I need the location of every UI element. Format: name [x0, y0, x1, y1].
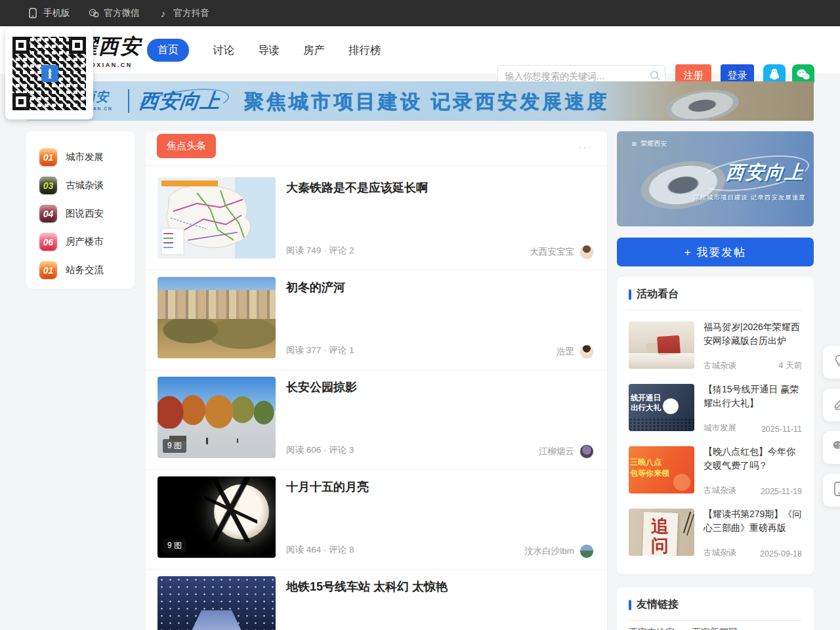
activity-thumbnail-calendar[interactable]: [629, 322, 694, 369]
author-name: 江柳烟云: [539, 446, 574, 457]
avatar[interactable]: [579, 345, 594, 359]
activity-thumbnail-line15[interactable]: 线开通日 出行大礼: [629, 384, 694, 431]
aside-campaign-banner[interactable]: ≋ 荣耀西安 西安向上 聚焦城市项目建设 记录西安发展速度: [617, 131, 814, 226]
activity-item[interactable]: 福马贺岁|2026年荣耀西安网珍藏版台历出炉 古城杂谈 4 天前: [629, 320, 802, 373]
article-row: 地铁15号线车站 太科幻 太惊艳: [146, 570, 607, 630]
sidebar-item-photo-xian[interactable]: 04 图说西安: [26, 200, 135, 228]
friend-link[interactable]: 西安本地宝: [629, 627, 675, 630]
qr-finder-icon: [69, 37, 86, 54]
activity-item-category[interactable]: 城市发展: [704, 423, 736, 434]
wechat-bubbles-icon: [831, 439, 840, 456]
qr-code: ∧∧∧: [12, 37, 86, 110]
friend-links: 西安本地宝 西安新闻网: [629, 627, 738, 630]
article-row: 9 图 长安公园掠影 阅读 606 · 评论 3 江柳烟云: [146, 370, 607, 470]
article-author[interactable]: 汶水白沙lbm: [524, 544, 594, 558]
forum-label: 房产楼市: [66, 236, 104, 248]
sidebar-item-realestate[interactable]: 06 房产楼市: [26, 228, 135, 256]
thumb-overlay-text: 追问: [651, 516, 671, 556]
avatar[interactable]: [579, 444, 594, 459]
activity-item[interactable]: 线开通日 出行大礼 【猜15号线开通日 赢荣耀出行大礼】 城市发展 2025-1…: [629, 383, 802, 435]
article-title[interactable]: 初冬的浐河: [286, 280, 345, 295]
sidebar-item-site-affairs[interactable]: 01 站务交流: [26, 256, 135, 284]
article-author[interactable]: 大西安宝宝: [530, 245, 595, 259]
article-title[interactable]: 地铁15号线车站 太科幻 太惊艳: [286, 579, 448, 595]
official-douyin-link[interactable]: ♪ 官方抖音: [158, 7, 209, 19]
friend-link[interactable]: 西安新闻网: [692, 627, 738, 630]
wechat-tool-button[interactable]: [823, 431, 840, 464]
tab-hot-headlines[interactable]: 焦点头条: [157, 134, 216, 158]
activity-header: 活动看台: [629, 287, 679, 301]
avatar[interactable]: [579, 245, 594, 259]
pencil-icon: [832, 396, 840, 413]
article-thumbnail-moon[interactable]: 9 图: [158, 476, 276, 558]
article-title[interactable]: 十月十五的月亮: [286, 479, 369, 495]
activity-thumbnail-book[interactable]: 追问: [629, 509, 694, 556]
qr-finder-icon: [12, 93, 30, 110]
divider: [629, 310, 802, 310]
article-row: 大秦铁路是不是应该延长啊 阅读 749 · 评论 2 大西安宝宝: [146, 171, 607, 270]
forum-label: 站务交流: [66, 264, 104, 276]
activity-item-title[interactable]: 福马贺岁|2026年荣耀西安网珍藏版台历出炉: [704, 320, 803, 348]
article-meta: 阅读 377 · 评论 1: [286, 345, 354, 356]
article-title[interactable]: 长安公园掠影: [286, 379, 357, 395]
activity-item-title[interactable]: 【晚八点红包】今年你交暖气费了吗？: [704, 445, 803, 472]
nav-realestate[interactable]: 房产: [303, 43, 325, 58]
nav-discuss[interactable]: 讨论: [213, 43, 234, 58]
section-accent-bar: [629, 289, 631, 300]
divider: [146, 165, 607, 166]
article-thumbnail-river[interactable]: 9 图: [158, 277, 276, 358]
write-post-tool-button[interactable]: [823, 388, 840, 421]
mobile-version-link[interactable]: 手机版: [28, 7, 70, 19]
mobile-version-label: 手机版: [43, 7, 70, 19]
links-header: 友情链接: [629, 598, 679, 612]
search-icon[interactable]: [645, 70, 665, 81]
qr-finder-icon: [12, 37, 30, 54]
thumb-overlay-text: 出行大礼: [631, 403, 661, 413]
activity-item[interactable]: 三晚八点 包等你来领 【晚八点红包】今年你交暖气费了吗？ 古城杂谈 2025-1…: [629, 445, 802, 497]
nav-guide[interactable]: 导读: [258, 43, 280, 58]
photo-count-badge: 9 图: [163, 439, 186, 453]
campaign-banner[interactable]: 荣耀西安 RONGYAOXIAN.CN 西安向上 聚焦城市项目建设 记录西安发展…: [26, 81, 814, 121]
article-meta: 阅读 749 · 评论 2: [286, 245, 354, 257]
lightbulb-icon: [832, 354, 840, 371]
new-post-button[interactable]: + 我要发帖: [617, 238, 814, 266]
article-row: 9 图 初冬的浐河 阅读 377 · 评论 1 浩罡: [146, 270, 607, 370]
banner-headline: 聚焦城市项目建设 记录西安发展速度: [244, 89, 609, 116]
links-title: 友情链接: [637, 598, 679, 612]
activity-item-category[interactable]: 古城杂谈: [704, 360, 736, 371]
douyin-icon: ♪: [158, 8, 169, 18]
article-row: 9 图 十月十五的月亮 阅读 464 · 评论 8 汶水白沙lbm: [146, 470, 607, 570]
forum-label: 古城杂谈: [66, 179, 104, 192]
more-options-icon[interactable]: ···: [578, 142, 593, 154]
official-douyin-label: 官方抖音: [174, 7, 209, 19]
nav-home[interactable]: 首页: [147, 39, 189, 62]
qr-center-pagoda-icon: ∧∧∧: [41, 65, 58, 82]
feed-panel: 焦点头条 ···: [146, 131, 607, 630]
sidebar-item-oldtown-talk[interactable]: 03 古城杂谈: [26, 171, 135, 200]
article-thumbnail-metro[interactable]: [158, 576, 276, 630]
tip-tool-button[interactable]: [823, 346, 840, 379]
article-thumbnail-railway-map[interactable]: [158, 177, 276, 259]
article-author[interactable]: 江柳烟云: [539, 444, 594, 459]
activity-item-category[interactable]: 古城杂谈: [704, 547, 736, 558]
official-wechat-link[interactable]: 官方微信: [89, 7, 140, 19]
friend-links-panel: 友情链接 西安本地宝 西安新闻网: [617, 587, 814, 630]
activity-item[interactable]: 追问 【耀读书第279期】《问心三部曲》重磅再版 古城杂谈 2025-09-18: [629, 507, 802, 560]
official-wechat-label: 官方微信: [104, 7, 140, 19]
activity-thumbnail-redpacket[interactable]: 三晚八点 包等你来领: [629, 446, 694, 494]
activity-item-date: 2025-09-18: [760, 549, 802, 558]
banner-brand-text: 西安向上: [138, 88, 222, 115]
activity-item-category[interactable]: 古城杂谈: [704, 485, 736, 496]
mobile-tool-button[interactable]: [823, 474, 840, 507]
avatar[interactable]: [579, 544, 594, 558]
activity-item-title[interactable]: 【耀读书第279期】《问心三部曲》重磅再版: [704, 507, 803, 535]
aside-banner-logo-text: 荣耀西安: [640, 139, 667, 148]
article-thumbnail-park[interactable]: 9 图: [158, 377, 276, 458]
article-title[interactable]: 大秦铁路是不是应该延长啊: [286, 180, 428, 196]
search-input[interactable]: [498, 71, 645, 81]
site-header: 荣耀西安 RONGYAOXIAN.CN 首页 讨论 导读 房产 排行榜 注册 登…: [0, 26, 840, 74]
nav-ranking[interactable]: 排行榜: [348, 43, 381, 58]
article-author[interactable]: 浩罡: [556, 345, 594, 359]
activity-item-title[interactable]: 【猜15号线开通日 赢荣耀出行大礼】: [704, 383, 803, 410]
sidebar-item-city-development[interactable]: 01 城市发展: [26, 143, 135, 171]
